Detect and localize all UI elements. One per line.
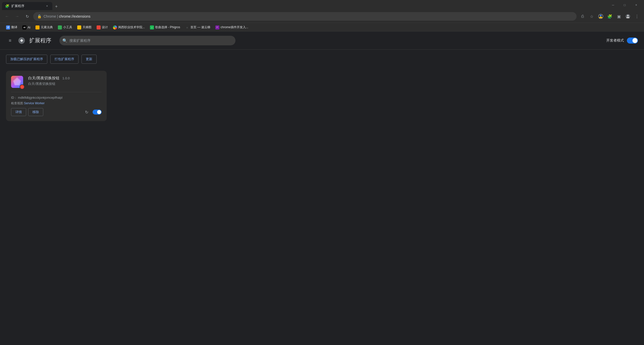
- extension-description: 白天/黑夜切换按钮: [28, 82, 70, 86]
- extension-icon: !: [11, 76, 24, 89]
- share-icon[interactable]: ⎙: [579, 12, 587, 20]
- bookmark-translate[interactable]: 译 翻译: [4, 24, 19, 30]
- bookmark-favicon-tools: [58, 25, 62, 29]
- extension-toggle[interactable]: [93, 110, 102, 115]
- bookmark-label-tree: 天梯图: [83, 25, 92, 29]
- extension-card-header: ! 白天/黑夜切换按钮 1.0.0 白天/黑夜切换按钮: [11, 76, 102, 89]
- remove-button[interactable]: 移除: [28, 108, 43, 116]
- menu-button[interactable]: ≡: [6, 37, 14, 45]
- id-label: ID：: [11, 96, 17, 99]
- bookmark-label-home: 首页 — 速云梯: [190, 25, 210, 29]
- dev-mode-wrap: 开发者模式: [606, 38, 638, 44]
- refresh-button[interactable]: ↻: [23, 12, 31, 20]
- dev-mode-label: 开发者模式: [606, 38, 624, 43]
- bookmark-label-fujian: 闽西职业技术学院...: [118, 25, 145, 29]
- bookmark-favicon-tree: [77, 25, 81, 29]
- extension-version: 1.0.0: [62, 76, 70, 80]
- refresh-extension-button[interactable]: ↻: [83, 108, 91, 116]
- bookmark-favicon-home: ⌂: [185, 25, 189, 29]
- forward-button[interactable]: →: [13, 12, 21, 20]
- bookmark-tree[interactable]: 天梯图: [75, 24, 94, 30]
- bookmark-label-design: 设计: [102, 25, 108, 29]
- extension-name-version: 白天/黑夜切换按钮 1.0.0: [28, 76, 70, 81]
- bookmark-elements[interactable]: 元素法典: [33, 24, 55, 30]
- bookmarks-bar: 译 翻译 Ai Ai 元素法典 小工具 天梯图 设计 闽西职业技术学院... ♪…: [0, 23, 644, 32]
- profile-icon[interactable]: [597, 12, 605, 20]
- page-title: 扩展程序: [29, 37, 51, 44]
- tab-strip: 🧩 扩展程序 × +: [2, 0, 60, 10]
- sidebar-icon[interactable]: ▣: [615, 12, 623, 20]
- bookmark-favicon-music: ♪: [150, 25, 154, 29]
- bookmark-fujian[interactable]: 闽西职业技术学院...: [111, 24, 147, 30]
- extension-card-footer: 详情 移除 ↻: [11, 108, 102, 116]
- action-buttons: 加载已解压的扩展程序 打包扩展程序 更新: [0, 50, 644, 69]
- main-content: ≡ 扩展程序 🔍 开发者模式 加载已解压的扩展程序 打包扩展程序 更新: [0, 32, 644, 345]
- tab-title: 扩展程序: [11, 4, 24, 8]
- title-bar: 🧩 扩展程序 × + ─ □ ×: [0, 0, 644, 10]
- detail-button[interactable]: 详情: [11, 108, 26, 116]
- update-button[interactable]: 更新: [82, 55, 97, 64]
- extension-id-value: mdlkfldbjgnkcckjonkjomcepifhaipl: [18, 96, 62, 99]
- bookmark-label-ai: Ai: [28, 26, 30, 29]
- card-divider: [11, 92, 102, 92]
- bookmark-favicon-plugin: P: [215, 25, 219, 29]
- bookmark-favicon-design: [97, 25, 101, 29]
- address-bar: ← → ↻ 🔒 Chrome | chrome://extensions ⎙ ☆…: [0, 10, 644, 23]
- window-controls: ─ □ ×: [607, 0, 642, 10]
- account-icon[interactable]: [624, 12, 632, 20]
- bookmark-favicon-translate: 译: [6, 25, 10, 29]
- back-button[interactable]: ←: [3, 12, 11, 20]
- bookmark-design[interactable]: 设计: [95, 24, 110, 30]
- service-worker-link[interactable]: Service Worker: [24, 101, 45, 105]
- extension-card-day-night: ! 白天/黑夜切换按钮 1.0.0 白天/黑夜切换按钮: [6, 71, 107, 121]
- search-input[interactable]: [59, 36, 235, 45]
- search-container: 🔍: [59, 36, 235, 45]
- dev-mode-toggle[interactable]: [627, 38, 638, 44]
- bookmark-favicon-fujian: [113, 25, 117, 29]
- extensions-grid: ! 白天/黑夜切换按钮 1.0.0 白天/黑夜切换按钮: [0, 69, 644, 123]
- extension-icon-badge: !: [20, 84, 25, 89]
- svg-point-1: [600, 15, 602, 17]
- load-unpacked-button[interactable]: 加载已解压的扩展程序: [6, 55, 47, 64]
- bookmark-label-tools: 小工具: [63, 25, 72, 29]
- extensions-icon[interactable]: 🧩: [606, 12, 614, 20]
- search-icon: 🔍: [62, 38, 67, 43]
- url-prefix: Chrome |: [44, 14, 59, 18]
- refresh-icon: ↻: [85, 110, 88, 115]
- tab-close-button[interactable]: ×: [45, 4, 49, 8]
- extensions-header: ≡ 扩展程序 🔍 开发者模式: [0, 32, 644, 50]
- active-tab[interactable]: 🧩 扩展程序 ×: [2, 2, 52, 10]
- bookmark-label-elements: 元素法典: [41, 25, 53, 29]
- bookmark-plugin[interactable]: P chrome插件开发入...: [213, 24, 250, 30]
- url-domain: chrome://extensions: [59, 14, 90, 18]
- bookmark-favicon-elements: [35, 25, 39, 29]
- bookmark-tools[interactable]: 小工具: [56, 24, 74, 30]
- pack-extension-button[interactable]: 打包扩展程序: [50, 55, 78, 64]
- bookmark-music[interactable]: ♪ 歌曲选择 - Phigros: [148, 24, 182, 30]
- page-content: ≡ 扩展程序 🔍 开发者模式 加载已解压的扩展程序 打包扩展程序 更新: [0, 32, 644, 345]
- new-tab-button[interactable]: +: [53, 3, 60, 10]
- address-input-wrap[interactable]: 🔒 Chrome | chrome://extensions: [33, 12, 577, 21]
- bookmark-label-translate: 翻译: [11, 25, 17, 29]
- star-icon[interactable]: ☆: [588, 12, 596, 20]
- svg-point-3: [627, 15, 629, 16]
- bookmark-home[interactable]: ⌂ 首页 — 速云梯: [183, 24, 212, 30]
- extension-name-wrap: 白天/黑夜切换按钮 1.0.0 白天/黑夜切换按钮: [28, 76, 70, 86]
- bookmark-ai[interactable]: Ai Ai: [20, 24, 32, 30]
- bookmark-label-plugin: chrome插件开发入...: [221, 25, 248, 29]
- extension-name: 白天/黑夜切换按钮: [28, 76, 59, 80]
- extension-id-section: ID： mdlkfldbjgnkcckjonkjomcepifhaipl 检查视…: [11, 95, 102, 106]
- close-window-button[interactable]: ×: [630, 0, 642, 10]
- bookmark-label-music: 歌曲选择 - Phigros: [155, 25, 180, 29]
- bookmark-favicon-ai: Ai: [22, 25, 26, 29]
- maximize-button[interactable]: □: [619, 0, 630, 10]
- extensions-logo: [18, 37, 25, 44]
- lock-icon: 🔒: [37, 14, 42, 18]
- more-icon[interactable]: ⋮: [633, 12, 641, 20]
- inspect-label: 检查视图: [11, 101, 23, 105]
- toolbar-icons: ⎙ ☆ 🧩 ▣ ⋮: [579, 12, 641, 20]
- minimize-button[interactable]: ─: [607, 0, 619, 10]
- address-text: Chrome | chrome://extensions: [44, 14, 573, 18]
- tab-favicon: 🧩: [5, 4, 9, 8]
